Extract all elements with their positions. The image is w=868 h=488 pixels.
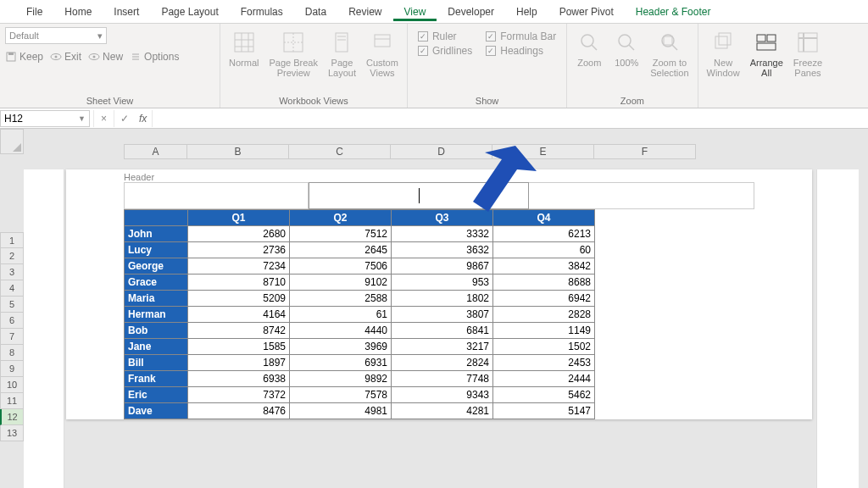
page-break-button[interactable]: Page Break Preview [265, 27, 320, 80]
value-cell[interactable]: 2444 [493, 371, 595, 387]
name-cell[interactable]: Dave [125, 403, 188, 419]
row-header-6[interactable]: 6 [0, 313, 24, 329]
value-cell[interactable]: 7748 [392, 371, 493, 387]
custom-views-button[interactable]: Custom Views [363, 27, 402, 80]
value-cell[interactable]: 4281 [392, 403, 493, 419]
select-all-corner[interactable] [0, 129, 24, 154]
row-header-8[interactable]: 8 [0, 345, 24, 361]
name-cell[interactable]: Herman [125, 307, 188, 323]
value-cell[interactable]: 7506 [290, 258, 392, 274]
name-cell[interactable]: Eric [125, 387, 188, 403]
value-cell[interactable]: 6942 [493, 291, 595, 307]
tab-header-footer[interactable]: Header & Footer [625, 3, 722, 21]
zoom-button[interactable]: Zoom [572, 27, 606, 69]
value-cell[interactable]: 9892 [290, 371, 392, 387]
table-header[interactable]: Q1 [188, 210, 290, 226]
row-header-7[interactable]: 7 [0, 329, 24, 345]
tab-insert[interactable]: Insert [103, 3, 150, 21]
header-left-box[interactable] [124, 182, 309, 209]
tab-help[interactable]: Help [505, 3, 548, 21]
value-cell[interactable]: 953 [392, 274, 493, 291]
value-cell[interactable]: 5147 [493, 403, 595, 419]
value-cell[interactable]: 1802 [392, 291, 493, 307]
value-cell[interactable]: 1897 [188, 355, 290, 371]
gridlines-checkbox[interactable]: ✓ Gridlines [418, 45, 472, 57]
value-cell[interactable]: 2824 [392, 355, 493, 371]
value-cell[interactable]: 3217 [392, 339, 493, 355]
col-header-B[interactable]: B [187, 144, 289, 159]
sheet-view-select[interactable]: Default ▾ [5, 27, 107, 44]
arrange-all-button[interactable]: Arrange All [747, 27, 787, 80]
name-cell[interactable]: Jane [125, 339, 188, 355]
data-table[interactable]: Q1Q2Q3Q4John2680751233326213Lucy27362645… [124, 209, 595, 419]
header-right-box[interactable] [529, 182, 754, 209]
row-header-11[interactable]: 11 [0, 393, 24, 409]
zoom-selection-button[interactable]: Zoom to Selection [647, 27, 692, 80]
name-cell[interactable]: George [125, 258, 188, 274]
name-box[interactable]: H12 ▼ [0, 110, 90, 127]
row-header-5[interactable]: 5 [0, 297, 24, 313]
headings-checkbox[interactable]: ✓ Headings [486, 45, 556, 57]
table-header[interactable]: Q2 [290, 210, 392, 226]
row-header-2[interactable]: 2 [0, 248, 24, 264]
name-cell[interactable]: Lucy [125, 242, 188, 258]
value-cell[interactable]: 2588 [290, 291, 392, 307]
value-cell[interactable]: 2736 [188, 242, 290, 258]
value-cell[interactable]: 3632 [392, 242, 493, 258]
value-cell[interactable]: 7234 [188, 258, 290, 274]
value-cell[interactable]: 61 [290, 307, 392, 323]
name-cell[interactable]: Maria [125, 291, 188, 307]
fx-icon[interactable]: fx [134, 113, 152, 125]
formula-input[interactable] [152, 110, 868, 127]
value-cell[interactable]: 4440 [290, 323, 392, 339]
value-cell[interactable]: 6931 [290, 355, 392, 371]
normal-view-button[interactable]: Normal [225, 27, 262, 69]
name-cell[interactable]: Grace [125, 274, 188, 291]
tab-file[interactable]: File [15, 3, 53, 21]
name-cell[interactable]: John [125, 226, 188, 242]
value-cell[interactable]: 6938 [188, 371, 290, 387]
tab-view[interactable]: View [393, 3, 437, 21]
value-cell[interactable]: 7578 [290, 387, 392, 403]
value-cell[interactable]: 1585 [188, 339, 290, 355]
value-cell[interactable]: 4981 [290, 403, 392, 419]
row-header-13[interactable]: 13 [0, 425, 24, 441]
tab-developer[interactable]: Developer [437, 3, 505, 21]
row-header-10[interactable]: 10 [0, 377, 24, 393]
col-header-F[interactable]: F [594, 144, 696, 159]
value-cell[interactable]: 9867 [392, 258, 493, 274]
value-cell[interactable]: 3842 [493, 258, 595, 274]
name-cell[interactable]: Bob [125, 323, 188, 339]
value-cell[interactable]: 8742 [188, 323, 290, 339]
value-cell[interactable]: 2828 [493, 307, 595, 323]
tab-data[interactable]: Data [294, 3, 337, 21]
value-cell[interactable]: 3969 [290, 339, 392, 355]
page-layout-button[interactable]: Page Layout [325, 27, 359, 80]
tab-formulas[interactable]: Formulas [230, 3, 294, 21]
name-cell[interactable]: Bill [125, 355, 188, 371]
row-header-12[interactable]: 12 [0, 409, 24, 425]
value-cell[interactable]: 9343 [392, 387, 493, 403]
value-cell[interactable]: 1149 [493, 323, 595, 339]
new-window-button[interactable]: New Window [704, 27, 743, 80]
value-cell[interactable]: 6841 [392, 323, 493, 339]
col-header-A[interactable]: A [124, 144, 187, 159]
value-cell[interactable]: 8476 [188, 403, 290, 419]
value-cell[interactable]: 2453 [493, 355, 595, 371]
value-cell[interactable]: 60 [493, 242, 595, 258]
value-cell[interactable]: 9102 [290, 274, 392, 291]
value-cell[interactable]: 2645 [290, 242, 392, 258]
zoom-100-button[interactable]: 100% [609, 27, 643, 69]
value-cell[interactable]: 5209 [188, 291, 290, 307]
tab-page-layout[interactable]: Page Layout [150, 3, 229, 21]
formula-bar-checkbox[interactable]: ✓ Formula Bar [486, 30, 556, 42]
name-cell[interactable]: Frank [125, 371, 188, 387]
value-cell[interactable]: 4164 [188, 307, 290, 323]
value-cell[interactable]: 7512 [290, 226, 392, 242]
value-cell[interactable]: 3807 [392, 307, 493, 323]
value-cell[interactable]: 8688 [493, 274, 595, 291]
value-cell[interactable]: 5462 [493, 387, 595, 403]
tab-home[interactable]: Home [53, 3, 103, 21]
tab-power-pivot[interactable]: Power Pivot [548, 3, 625, 21]
table-header[interactable] [125, 210, 188, 226]
